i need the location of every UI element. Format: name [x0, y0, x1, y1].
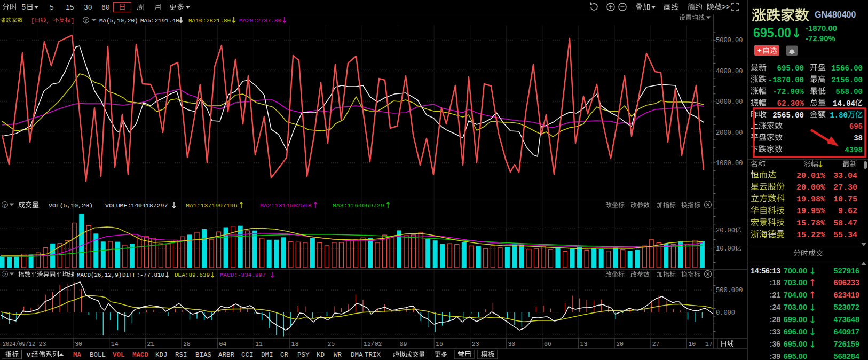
svg-text:15: 15 — [66, 4, 74, 12]
svg-text:696233: 696233 — [834, 278, 859, 287]
svg-text:19.95%: 19.95% — [796, 207, 826, 216]
svg-text::39: :39 — [770, 352, 780, 360]
svg-text:09: 09 — [400, 340, 407, 347]
svg-text:500.000: 500.000 — [716, 287, 743, 294]
svg-text:60: 60 — [101, 4, 110, 12]
svg-text:5: 5 — [21, 3, 26, 12]
svg-text:27.30: 27.30 — [833, 183, 857, 192]
svg-text:MA5:2191.40: MA5:2191.40 — [140, 18, 179, 24]
svg-text:20.00: 20.00 — [716, 227, 735, 234]
svg-text:0.000: 0.000 — [716, 309, 735, 317]
svg-text:MA3:1164069729: MA3:1164069729 — [333, 202, 384, 209]
svg-text:1000.00: 1000.00 — [716, 160, 743, 167]
svg-text:ARBR: ARBR — [218, 351, 235, 359]
svg-text:15.78%: 15.78% — [796, 219, 826, 228]
svg-text:640917: 640917 — [834, 327, 859, 336]
svg-text:30: 30 — [84, 4, 92, 12]
svg-text:-72.90%: -72.90% — [806, 34, 835, 43]
svg-text:623419: 623419 — [834, 291, 859, 299]
svg-text:30: 30 — [508, 340, 515, 347]
svg-text:VOL: VOL — [113, 351, 125, 359]
svg-text:20: 20 — [616, 340, 624, 347]
svg-text:2024/09/12: 2024/09/12 — [3, 340, 35, 347]
svg-text:704.00: 704.00 — [784, 291, 807, 299]
svg-text:695.00: 695.00 — [753, 25, 791, 40]
svg-text:-1870.00: -1870.00 — [768, 76, 804, 84]
svg-text:2156.00: 2156.00 — [831, 76, 863, 84]
svg-text:VOL(5,10,20): VOL(5,10,20) — [49, 202, 93, 209]
svg-text:-1870.00: -1870.00 — [806, 24, 837, 33]
svg-text:10: 10 — [688, 340, 696, 347]
svg-text:MA(5,10,20): MA(5,10,20) — [99, 18, 138, 24]
svg-text:VOLUME:1404187297: VOLUME:1404187297 — [105, 202, 168, 209]
svg-text:MA: MA — [73, 351, 82, 359]
svg-text:?: ? — [3, 202, 6, 208]
svg-text:23: 23 — [472, 340, 479, 347]
svg-text:699.00: 699.00 — [784, 315, 807, 324]
svg-text:-72.90%: -72.90% — [772, 88, 804, 96]
svg-text:DEA:89.639: DEA:89.639 — [175, 272, 210, 278]
svg-text:12/02: 12/02 — [364, 340, 382, 347]
svg-text:MA20:2737.80: MA20:2737.80 — [239, 18, 281, 24]
svg-text:CCI: CCI — [241, 351, 254, 359]
svg-text:[: [ — [31, 18, 35, 24]
svg-text:38: 38 — [854, 134, 863, 143]
svg-text:696.00: 696.00 — [784, 327, 807, 336]
svg-text::36: :36 — [770, 340, 780, 348]
svg-text::24: :24 — [770, 303, 780, 311]
svg-text:>>: >> — [722, 3, 730, 11]
svg-text:PSY: PSY — [297, 351, 310, 359]
svg-text:55.34: 55.34 — [833, 231, 857, 240]
svg-text:20.01%: 20.01% — [796, 171, 826, 181]
svg-text:27: 27 — [652, 340, 660, 347]
svg-text:MACD:-334.897: MACD:-334.897 — [220, 272, 266, 278]
svg-text:2565.00: 2565.00 — [772, 111, 804, 120]
svg-text:04: 04 — [219, 340, 227, 347]
svg-text:14.04: 14.04 — [833, 99, 855, 108]
svg-text:MA1:1371997196: MA1:1371997196 — [186, 202, 238, 209]
svg-text:BOLL: BOLL — [90, 351, 106, 359]
svg-text:MACD: MACD — [132, 351, 149, 359]
svg-text:DMA: DMA — [351, 351, 363, 359]
svg-text:RSI: RSI — [175, 351, 187, 359]
svg-text:695.00: 695.00 — [784, 352, 807, 360]
svg-text:527916: 527916 — [834, 267, 859, 275]
svg-text:BIAS: BIAS — [195, 351, 211, 359]
svg-text:19.98%: 19.98% — [796, 195, 826, 204]
svg-text:1.80: 1.80 — [830, 111, 848, 120]
svg-text:15.22%: 15.22% — [796, 231, 826, 240]
svg-text:23: 23 — [39, 340, 46, 347]
svg-text:28: 28 — [183, 340, 191, 347]
svg-text:,: , — [46, 18, 50, 24]
svg-text::33: :33 — [770, 327, 780, 336]
svg-text:1566.00: 1566.00 — [831, 64, 863, 73]
svg-text:DIFF:-77.810: DIFF:-77.810 — [122, 272, 164, 278]
svg-text:473648: 473648 — [834, 315, 859, 324]
svg-text:KD: KD — [317, 351, 325, 359]
svg-text:33.04: 33.04 — [833, 171, 857, 181]
svg-text:?: ? — [3, 272, 6, 277]
svg-text:3000.00: 3000.00 — [716, 98, 743, 106]
svg-text:14: 14 — [111, 340, 119, 347]
svg-text:4000.00: 4000.00 — [716, 68, 743, 75]
svg-text:695.00: 695.00 — [777, 64, 804, 73]
svg-text:KDJ: KDJ — [155, 351, 168, 359]
svg-text:20.00%: 20.00% — [796, 183, 826, 192]
svg-text::28: :28 — [770, 315, 780, 324]
svg-text:10.00: 10.00 — [716, 245, 735, 253]
svg-text:523072: 523072 — [834, 303, 859, 311]
svg-text:703.00: 703.00 — [784, 278, 807, 287]
svg-text:MA2:1314602508: MA2:1314602508 — [260, 202, 312, 209]
svg-text:703.00: 703.00 — [784, 303, 807, 311]
svg-text:2000.00: 2000.00 — [716, 129, 743, 137]
svg-text:WR: WR — [334, 351, 342, 359]
svg-text:17: 17 — [705, 340, 713, 347]
svg-text:CR: CR — [280, 351, 289, 359]
svg-text:06: 06 — [544, 340, 551, 347]
svg-text:21: 21 — [147, 340, 154, 347]
svg-text:4398: 4398 — [845, 146, 863, 154]
svg-text:TRIX: TRIX — [365, 351, 381, 359]
svg-text:13: 13 — [580, 340, 588, 347]
svg-text:726159: 726159 — [834, 340, 859, 348]
svg-text:16: 16 — [436, 340, 443, 347]
